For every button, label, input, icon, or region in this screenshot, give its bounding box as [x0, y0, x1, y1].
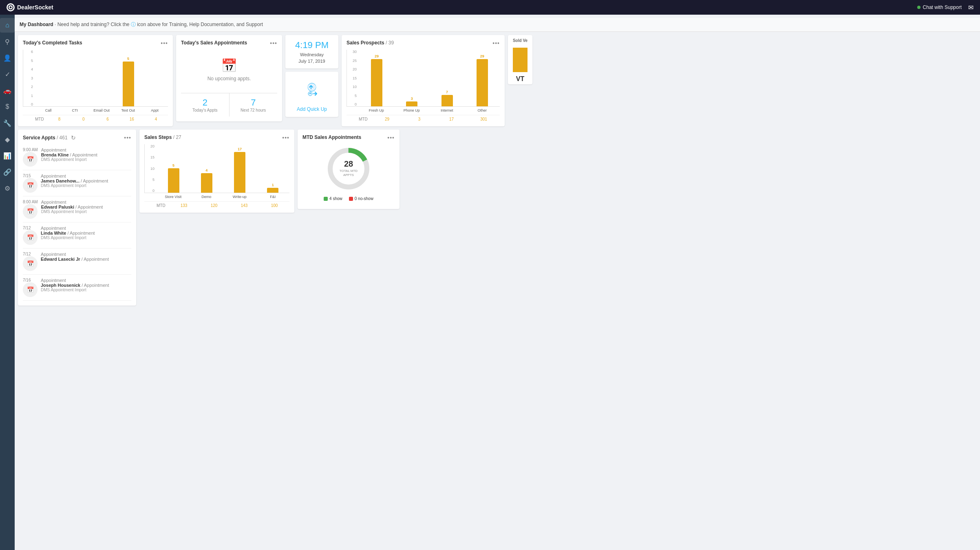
- ss-mtd-label: MTD: [157, 203, 169, 208]
- top-nav: DealerSocket Chat with Support ✉: [0, 0, 980, 15]
- time-display: 4:19 PM: [290, 40, 333, 51]
- service-title: Service Appts / 461: [23, 135, 68, 141]
- sidebar-item-diamond[interactable]: ◆: [0, 132, 15, 147]
- bar-store-visit: 5: [157, 163, 190, 193]
- appt-source-4: DMS Appointment Import: [41, 235, 131, 240]
- appts-menu[interactable]: •••: [270, 40, 277, 46]
- bar-cti: 0: [62, 101, 88, 106]
- legend-noshow: 0 no-show: [349, 196, 373, 201]
- prospects-bar-chart: 30 25 20 15 10 5 0 29 3: [347, 50, 500, 107]
- mtd-fresh: 29: [371, 117, 403, 121]
- mail-icon[interactable]: ✉: [968, 4, 973, 11]
- appt-name-3: Edward Paluski / Appointment: [41, 205, 131, 209]
- bar-call: 0: [35, 101, 62, 106]
- bar-write-up: 17: [223, 147, 256, 193]
- appt-source-6: DMS Appointment Import: [41, 288, 131, 292]
- sidebar-item-person[interactable]: 👤: [0, 51, 15, 65]
- mtd-title: MTD Sales Appointments: [302, 134, 361, 140]
- svg-text:APPTS: APPTS: [343, 173, 354, 177]
- appt-info-5: Appointment Edward Lasecki Jr / Appointm…: [41, 252, 131, 262]
- bar-internet: 7: [430, 90, 465, 106]
- sales-steps-title: Sales Steps / 27: [144, 134, 181, 140]
- prospects-header: Sales Prospects / 39 •••: [347, 40, 500, 46]
- sold-ve-title: Sold Ve: [508, 35, 532, 46]
- mtd-other: 301: [468, 117, 500, 121]
- appt-type-1: Appointment: [41, 147, 131, 152]
- appt-time-3: 8:00 AM: [23, 200, 38, 204]
- logo: DealerSocket: [7, 3, 53, 11]
- legend-show-label: 4 show: [329, 196, 342, 201]
- appt-type-2: Appointment: [41, 174, 131, 178]
- appt-source-1: DMS Appointment Import: [41, 157, 131, 162]
- appt-icon-2: 📅: [23, 178, 38, 193]
- mtd-text-out: 16: [120, 117, 144, 121]
- sidebar-item-chart[interactable]: 📊: [0, 148, 15, 163]
- quick-up-label[interactable]: Add Quick Up: [290, 106, 333, 112]
- appt-time-6: 7/16: [23, 278, 38, 282]
- tasks-y-labels: 6 5 4 3 2 1 0: [23, 50, 35, 106]
- tasks-bar-chart: 6 5 4 3 2 1 0 0 0: [23, 50, 168, 107]
- prospects-y-labels: 30 25 20 15 10 5 0: [347, 50, 358, 106]
- sidebar-item-search[interactable]: ⚲: [0, 34, 15, 49]
- appt-name-4: Linda White / Appointment: [41, 231, 131, 235]
- sidebar-item-settings[interactable]: ⚙: [0, 181, 15, 196]
- appts-today-label: Today's Appts: [181, 108, 229, 112]
- legend-noshow-label: 0 no-show: [355, 196, 373, 201]
- prospects-widget: Sales Prospects / 39 ••• 30 25 20 15 10 …: [342, 35, 505, 126]
- top-nav-right: Chat with Support ✉: [917, 4, 973, 11]
- service-count: / 461: [57, 135, 68, 141]
- mtd-menu[interactable]: •••: [387, 134, 395, 141]
- sales-steps-header: Sales Steps / 27 •••: [144, 134, 289, 141]
- appt-source-2: DMS Appointment Import: [41, 183, 131, 188]
- tasks-widget-header: Today's Completed Tasks •••: [23, 40, 168, 46]
- service-refresh-icon[interactable]: ↻: [71, 134, 76, 141]
- bar-email-out: 0: [88, 101, 115, 106]
- sidebar-item-car[interactable]: 🚗: [0, 83, 15, 98]
- bar-label-call: Call: [35, 108, 62, 112]
- appts-stat-72h: 7 Next 72 hours: [230, 93, 278, 117]
- bar-demo: 4: [190, 168, 223, 193]
- appts-empty: 📅 No upcoming appts.: [181, 50, 277, 90]
- service-menu[interactable]: •••: [124, 134, 131, 141]
- prospect-label-fresh: Fresh Up: [359, 108, 394, 112]
- bar-text-out: 5: [115, 57, 141, 106]
- logo-icon: [7, 3, 15, 11]
- list-item: 7/16 📅 Appointment Joseph Housenick / Ap…: [23, 275, 131, 301]
- mtd-appt: 4: [144, 117, 168, 121]
- appt-type-4: Appointment: [41, 226, 131, 231]
- chat-support[interactable]: Chat with Support: [917, 4, 962, 10]
- mtd-phone: 3: [403, 117, 435, 121]
- ss-mtd-demo: 120: [199, 203, 229, 208]
- list-item: 7/12 📅 Appointment Linda White / Appoint…: [23, 222, 131, 249]
- sidebar-item-dollar[interactable]: $: [0, 99, 15, 114]
- prospect-label-other: Other: [465, 108, 500, 112]
- appt-name-5: Edward Lasecki Jr / Appointment: [41, 257, 131, 262]
- help-icon: ⓘ: [131, 22, 136, 27]
- bar-other: 29: [465, 54, 500, 106]
- sales-steps-menu[interactable]: •••: [282, 134, 289, 141]
- sidebar-item-tools[interactable]: 🔧: [0, 116, 15, 130]
- appt-type-3: Appointment: [41, 200, 131, 205]
- tasks-widget: Today's Completed Tasks ••• 6 5 4 3 2 1 …: [18, 35, 173, 126]
- appt-name-1: Brenda Kline / Appointment: [41, 152, 131, 157]
- sidebar-item-check[interactable]: ✓: [0, 67, 15, 81]
- appts-today-number: 2: [181, 97, 229, 108]
- bar-label-email-out: Email Out: [88, 108, 115, 112]
- quick-up-widget[interactable]: Add Quick Up: [285, 72, 338, 117]
- online-dot: [917, 6, 920, 9]
- help-text: · Need help and training? Click the: [55, 22, 129, 27]
- sidebar-item-home[interactable]: ⌂: [0, 18, 15, 33]
- appt-info-6: Appointment Joseph Housenick / Appointme…: [41, 278, 131, 292]
- sidebar-item-link[interactable]: 🔗: [0, 165, 15, 179]
- service-appts-list: 9:00 AM 📅 Appointment Brenda Kline / App…: [23, 144, 131, 301]
- appt-time-5: 7/12: [23, 252, 38, 256]
- logo-text: DealerSocket: [17, 4, 53, 11]
- ss-label-writeup: Write-up: [223, 195, 256, 199]
- sold-ve-bar: [513, 48, 528, 72]
- sales-steps-count: / 27: [173, 134, 181, 140]
- donut-container: 28 TOTAL MTD APPTS 4 show 0 no-show: [302, 144, 395, 201]
- time-widget: 4:19 PM Wednesday July 17, 2019: [285, 35, 338, 68]
- prospects-menu[interactable]: •••: [492, 40, 500, 46]
- tasks-menu[interactable]: •••: [161, 40, 168, 46]
- donut-legend: 4 show 0 no-show: [324, 196, 373, 201]
